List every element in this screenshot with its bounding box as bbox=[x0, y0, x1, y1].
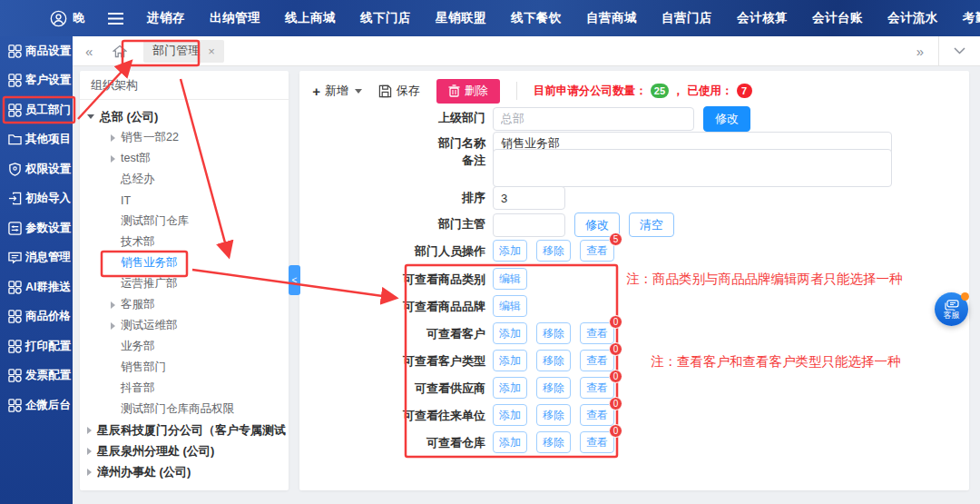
tree-item[interactable]: 客服部 bbox=[111, 294, 155, 315]
view-warehouse-button[interactable]: 查看0 bbox=[580, 431, 614, 453]
tree-item[interactable]: 销售一部22 bbox=[111, 127, 179, 148]
add-customer-type-button[interactable]: 添加 bbox=[493, 350, 527, 371]
topbar-menu-item[interactable]: 线上商城 bbox=[285, 10, 336, 26]
tree-item[interactable]: 销售业务部 bbox=[111, 252, 178, 273]
tree-item[interactable]: 技术部 bbox=[111, 232, 155, 252]
tree-item[interactable]: 测试部门仓库商品权限 bbox=[111, 399, 234, 420]
tree-item[interactable]: 业务部 bbox=[111, 336, 155, 357]
add-customer-button[interactable]: 添加 bbox=[493, 322, 527, 344]
field-controls bbox=[493, 149, 892, 187]
tree-item[interactable]: 总经办 bbox=[111, 169, 155, 190]
view-member-button[interactable]: 查看5 bbox=[580, 240, 614, 262]
remove-partner-button[interactable]: 移除 bbox=[536, 404, 571, 426]
add-member-button[interactable]: 添加 bbox=[493, 240, 527, 262]
field-controls: 编辑 bbox=[493, 268, 527, 290]
chevron-down-icon[interactable] bbox=[939, 47, 980, 54]
sidebar-item-print-config[interactable]: 打印配置 bbox=[0, 331, 73, 361]
expand-tabs-icon[interactable]: » bbox=[902, 44, 938, 59]
view-customer-type-button[interactable]: 查看0 bbox=[580, 350, 614, 371]
add-partner-button[interactable]: 添加 bbox=[493, 404, 527, 426]
topbar-menu-item[interactable]: 出纳管理 bbox=[210, 10, 260, 26]
caret-right-icon[interactable] bbox=[87, 448, 92, 455]
caret-right-icon[interactable] bbox=[87, 427, 92, 434]
user-avatar-icon[interactable] bbox=[50, 10, 67, 27]
field-controls: 添加移除查看0 bbox=[493, 431, 614, 453]
button-label: 编辑 bbox=[499, 300, 521, 312]
modify-parent-button[interactable]: 修改 bbox=[703, 106, 750, 132]
edit-brand-button[interactable]: 编辑 bbox=[493, 295, 527, 317]
caret-right-icon[interactable] bbox=[111, 134, 115, 142]
button-label: 查看 bbox=[586, 327, 608, 340]
tree-item[interactable]: 抖音部 bbox=[111, 378, 155, 399]
topbar-menu-item[interactable]: 会计流水 bbox=[887, 10, 938, 26]
sidebar-item-ai-group-push[interactable]: AI群推送 bbox=[0, 272, 73, 302]
topbar-menu-item[interactable]: 星销联盟 bbox=[436, 10, 486, 26]
tree-item[interactable]: IT bbox=[111, 190, 131, 211]
caret-down-icon[interactable] bbox=[87, 114, 94, 119]
add-button[interactable]: + 新增 bbox=[312, 83, 362, 99]
tree-item-label: 运营推广部 bbox=[121, 276, 178, 292]
view-customer-button[interactable]: 查看0 bbox=[580, 322, 614, 344]
remove-customer-type-button[interactable]: 移除 bbox=[536, 350, 571, 371]
tree-item[interactable]: 总部 (公司) bbox=[87, 106, 158, 127]
tree-item[interactable]: 测试部门仓库 bbox=[111, 211, 189, 232]
tree-item[interactable]: 销售部门 bbox=[111, 357, 166, 378]
clear-manager-button[interactable]: 清空 bbox=[629, 212, 674, 237]
tab-department-management[interactable]: 部门管理 × bbox=[143, 40, 224, 63]
delete-button[interactable]: 删除 bbox=[436, 79, 500, 104]
sidebar-item-message-management[interactable]: 消息管理 bbox=[0, 243, 73, 273]
topbar-menu-item[interactable]: 线下门店 bbox=[360, 10, 411, 26]
field-controls: 添加移除查看0 bbox=[493, 404, 614, 426]
caret-right-icon[interactable] bbox=[111, 322, 115, 330]
topbar-menu-item[interactable]: 线下餐饮 bbox=[511, 10, 562, 26]
caret-right-icon[interactable] bbox=[111, 301, 115, 309]
caret-right-icon[interactable] bbox=[111, 155, 115, 163]
topbar-menu-item[interactable]: 会计台账 bbox=[812, 10, 863, 26]
view-partner-button[interactable]: 查看0 bbox=[580, 404, 614, 426]
sidebar-item-goods-price[interactable]: 商品价格 bbox=[0, 302, 73, 332]
tree-item[interactable]: 运营推广部 bbox=[111, 273, 178, 294]
topbar-menu-item[interactable]: 考勤管理 bbox=[963, 10, 980, 26]
home-icon[interactable] bbox=[113, 44, 127, 58]
save-button[interactable]: 保存 bbox=[378, 83, 420, 99]
manager-input[interactable] bbox=[493, 213, 565, 237]
customer-service-button[interactable]: 客服 bbox=[935, 292, 968, 326]
topbar-menu-item[interactable]: 会计核算 bbox=[737, 10, 788, 26]
remove-supplier-button[interactable]: 移除 bbox=[536, 377, 571, 399]
button-label: 移除 bbox=[543, 327, 564, 340]
topbar-menu-item[interactable]: 进销存 bbox=[147, 10, 185, 26]
hamburger-menu-icon[interactable] bbox=[108, 13, 123, 25]
collapse-tabs-icon[interactable]: « bbox=[85, 44, 93, 59]
view-supplier-button[interactable]: 查看0 bbox=[580, 377, 614, 399]
remark-textarea[interactable] bbox=[493, 149, 892, 187]
topbar-menu-item[interactable]: 自营门店 bbox=[662, 10, 712, 26]
tree-item[interactable]: 测试运维部 bbox=[111, 315, 178, 336]
sidebar-item-staff-department[interactable]: 员工部门 bbox=[0, 95, 73, 125]
parent-dept-input[interactable] bbox=[493, 107, 694, 131]
add-supplier-button[interactable]: 添加 bbox=[493, 377, 527, 399]
caret-down-icon bbox=[355, 89, 362, 94]
edit-category-button[interactable]: 编辑 bbox=[493, 268, 527, 290]
tree-item[interactable]: test部 bbox=[111, 148, 151, 169]
sidebar-item-other-projects[interactable]: 其他项目 bbox=[0, 125, 73, 155]
annotation-note-customer-type: 注：查看客户和查看客户类型只能选择一种 bbox=[651, 353, 901, 371]
remove-customer-button[interactable]: 移除 bbox=[536, 322, 571, 344]
sidebar-item-customer-settings[interactable]: 客户设置 bbox=[0, 66, 73, 96]
sidebar-item-permission-settings[interactable]: 权限设置 bbox=[0, 154, 73, 184]
tree-item[interactable]: 漳州办事处 (公司) bbox=[87, 461, 191, 482]
sidebar-item-invoice-config[interactable]: 发票配置 bbox=[0, 361, 73, 391]
topbar-menu-item[interactable]: 自营商城 bbox=[586, 10, 637, 26]
tab-close-icon[interactable]: × bbox=[208, 44, 215, 58]
sidebar-item-goods-settings[interactable]: 商品设置 bbox=[0, 36, 73, 66]
sort-input[interactable] bbox=[493, 186, 565, 210]
caret-right-icon[interactable] bbox=[87, 469, 92, 476]
remove-warehouse-button[interactable]: 移除 bbox=[536, 431, 571, 453]
sidebar-item-wecom-admin[interactable]: 企微后台 bbox=[0, 390, 73, 420]
sidebar-item-parameter-settings[interactable]: 参数设置 bbox=[0, 213, 73, 243]
add-warehouse-button[interactable]: 添加 bbox=[493, 431, 527, 453]
tree-item[interactable]: 星辰泉州分理处 (公司) bbox=[87, 440, 214, 461]
panel-collapse-handle[interactable]: < bbox=[289, 265, 300, 295]
sidebar-item-initial-import[interactable]: 初始导入 bbox=[0, 184, 73, 214]
tree-item[interactable]: 星辰科技厦门分公司（客户专属测试 bbox=[87, 420, 286, 440]
remove-member-button[interactable]: 移除 bbox=[536, 240, 571, 262]
